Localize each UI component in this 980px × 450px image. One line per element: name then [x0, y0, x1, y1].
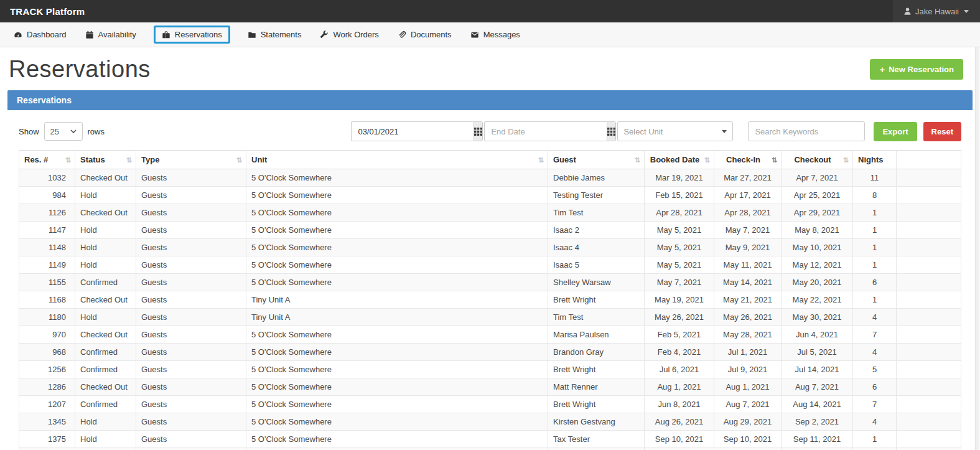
- cell-empty: [897, 396, 961, 413]
- cell: 1168: [19, 291, 75, 309]
- cell: Brett Wright: [548, 396, 645, 413]
- export-button[interactable]: Export: [874, 122, 917, 141]
- cell: 5: [853, 361, 897, 378]
- cell: Aug 14, 2021: [782, 396, 853, 413]
- cell: 5 O'Clock Somewhere: [246, 344, 548, 361]
- cell: 1180: [19, 309, 75, 326]
- user-menu[interactable]: Jake Hawaii: [894, 0, 980, 22]
- nav-item-statements[interactable]: Statements: [246, 26, 303, 43]
- page-size-select[interactable]: 25: [44, 122, 83, 141]
- col-header-status[interactable]: Status⇅: [75, 151, 136, 169]
- cell: Jun 8, 2021: [645, 396, 714, 413]
- cell: Mar 27, 2021: [714, 169, 782, 187]
- cell: Guests: [136, 256, 246, 274]
- sort-icon[interactable]: ⇅: [65, 156, 71, 164]
- table-row[interactable]: 1286Checked OutGuests5 O'Clock Somewhere…: [19, 378, 961, 396]
- table-row[interactable]: 1256ConfirmedGuests5 O'Clock SomewhereBr…: [19, 361, 961, 378]
- cell: Guests: [136, 396, 246, 413]
- cell: Kirsten Gestvang: [548, 413, 645, 431]
- cell: Isaac 4: [548, 239, 645, 256]
- table-row[interactable]: 1375HoldGuests5 O'Clock SomewhereTax Tes…: [19, 431, 961, 448]
- col-header-type[interactable]: Type⇅: [136, 151, 246, 169]
- col-header-res[interactable]: Res. #⇅: [19, 151, 75, 169]
- rows-label: rows: [88, 127, 105, 136]
- sort-icon[interactable]: ⇅: [236, 156, 242, 164]
- table-row[interactable]: 1207ConfirmedGuests5 O'Clock SomewhereBr…: [19, 396, 961, 413]
- col-header-booked[interactable]: Booked Date⇅: [645, 151, 714, 169]
- folder-icon: [248, 30, 256, 39]
- col-header-nights[interactable]: Nights: [853, 151, 897, 169]
- table-row[interactable]: 1032Checked OutGuests5 O'Clock Somewhere…: [19, 169, 961, 187]
- nav-item-work-orders[interactable]: Work Orders: [319, 26, 380, 43]
- cell: Guests: [136, 187, 246, 204]
- cell: Tim Test: [548, 204, 645, 222]
- cell: Apr 25, 2021: [782, 187, 853, 204]
- cell: Guests: [136, 309, 246, 326]
- scrollbar[interactable]: [975, 47, 979, 450]
- cell-empty: [19, 448, 75, 450]
- cell: 1207: [19, 396, 75, 413]
- nav-item-reservations[interactable]: Reservations: [154, 26, 230, 44]
- cell: Confirmed: [75, 274, 136, 291]
- table-row[interactable]: 970Checked OutGuests5 O'Clock SomewhereM…: [19, 326, 961, 344]
- table-row[interactable]: 1168Checked OutGuestsTiny Unit ABrett Wr…: [19, 291, 961, 309]
- envelope-icon: [470, 30, 479, 39]
- table-row[interactable]: 1180HoldGuestsTiny Unit ATim TestMay 26,…: [19, 309, 961, 326]
- cell: 4: [853, 344, 897, 361]
- table-row[interactable]: 1345HoldGuests5 O'Clock SomewhereKirsten…: [19, 413, 961, 431]
- col-header-unit[interactable]: Unit⇅: [246, 151, 548, 169]
- cell: Guests: [136, 413, 246, 431]
- new-reservation-button[interactable]: + New Reservation: [870, 59, 963, 80]
- cell: Jul 9, 2021: [714, 361, 782, 378]
- table-row[interactable]: 968ConfirmedGuests5 O'Clock SomewhereBra…: [19, 344, 961, 361]
- col-header-checkout[interactable]: Checkout⇅: [782, 151, 853, 169]
- cell-empty: [897, 274, 961, 291]
- col-header-checkin[interactable]: Check-In⇅: [714, 151, 782, 169]
- nav-item-documents[interactable]: Documents: [396, 26, 453, 43]
- nav-item-messages[interactable]: Messages: [469, 26, 521, 43]
- start-date-input[interactable]: [351, 121, 474, 141]
- cell: Hold: [75, 256, 136, 274]
- cell: Jul 6, 2021: [645, 361, 714, 378]
- end-date-calendar-button[interactable]: [607, 121, 616, 141]
- table-row[interactable]: 1148HoldGuests5 O'Clock SomewhereIsaac 4…: [19, 239, 961, 256]
- sort-icon[interactable]: ⇅: [538, 156, 544, 164]
- user-icon: [903, 7, 912, 16]
- sort-active-icon[interactable]: ⇅: [772, 156, 777, 164]
- unit-select[interactable]: Select Unit: [617, 121, 733, 141]
- cell: 4: [853, 309, 897, 326]
- chevron-down-icon: [722, 130, 727, 133]
- table-row[interactable]: 1147HoldGuests5 O'Clock SomewhereIsaac 2…: [19, 222, 961, 239]
- nav-item-dashboard[interactable]: Dashboard: [12, 26, 68, 43]
- sort-icon[interactable]: ⇅: [704, 156, 710, 164]
- start-date-calendar-button[interactable]: [474, 121, 483, 141]
- cell: May 26, 2021: [714, 309, 782, 326]
- table-row[interactable]: 1155ConfirmedGuests5 O'Clock SomewhereSh…: [19, 274, 961, 291]
- table-row[interactable]: 984HoldGuests5 O'Clock SomewhereTesting …: [19, 187, 961, 204]
- search-input[interactable]: [748, 121, 865, 141]
- cell: 7: [853, 326, 897, 344]
- cell: Confirmed: [75, 396, 136, 413]
- table-row[interactable]: 1149HoldGuests5 O'Clock SomewhereIsaac 5…: [19, 256, 961, 274]
- cell: Brandon Gray: [548, 344, 645, 361]
- reset-button[interactable]: Reset: [923, 122, 961, 141]
- cell: Guests: [136, 378, 246, 396]
- cell: Apr 28, 2021: [645, 204, 714, 222]
- nav-item-availability[interactable]: Availability: [84, 26, 138, 43]
- cell: 1: [853, 204, 897, 222]
- table-row[interactable]: 1126Checked OutGuests5 O'Clock Somewhere…: [19, 204, 961, 222]
- cell: Debbie James: [548, 169, 645, 187]
- cell: Confirmed: [75, 344, 136, 361]
- col-header-guest[interactable]: Guest⇅: [548, 151, 645, 169]
- end-date-input[interactable]: [484, 121, 607, 141]
- cell-empty: [897, 344, 961, 361]
- cell: Guests: [136, 326, 246, 344]
- sort-icon[interactable]: ⇅: [843, 156, 849, 164]
- cell: 1: [853, 256, 897, 274]
- sort-icon[interactable]: ⇅: [126, 156, 132, 164]
- page-title: Reservations: [9, 56, 151, 83]
- cell: Brett Wright: [548, 361, 645, 378]
- cell: 1345: [19, 413, 75, 431]
- cell: Feb 5, 2021: [645, 326, 714, 344]
- sort-icon[interactable]: ⇅: [635, 156, 640, 164]
